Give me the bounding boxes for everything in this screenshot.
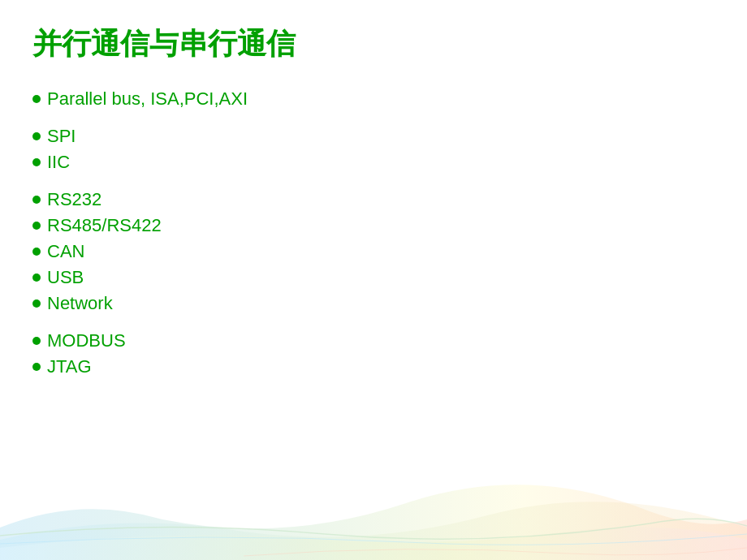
bullet-dot-icon	[32, 95, 41, 103]
list-item-label: RS232	[47, 189, 101, 210]
list-item: JTAG	[32, 356, 715, 377]
list-item: SPI	[32, 126, 715, 147]
bullet-dot-icon	[32, 222, 41, 230]
list-item: RS485/RS422	[32, 215, 715, 236]
list-item: Network	[32, 293, 715, 314]
section-spi-iic: SPIIIC	[32, 126, 715, 173]
list-item-label: Parallel bus, ISA,PCI,AXI	[47, 88, 248, 110]
main-content: 并行通信与串行通信 Parallel bus, ISA,PCI,AXISPIII…	[0, 0, 747, 418]
list-item-label: SPI	[47, 126, 76, 147]
list-item-label: MODBUS	[47, 330, 126, 351]
bullet-dot-icon	[32, 158, 41, 166]
bullet-dot-icon	[32, 248, 41, 256]
page-title: 并行通信与串行通信	[32, 24, 715, 64]
list-item-label: RS485/RS422	[47, 215, 162, 236]
list-item-label: Network	[47, 293, 113, 314]
list-item: Parallel bus, ISA,PCI,AXI	[32, 88, 715, 110]
list-item: USB	[32, 267, 715, 288]
list-item-label: CAN	[47, 241, 84, 262]
list-item-label: IIC	[47, 152, 70, 173]
list-item: IIC	[32, 152, 715, 173]
bullet-dot-icon	[32, 132, 41, 140]
bullet-dot-icon	[32, 299, 41, 308]
list-item: CAN	[32, 241, 715, 262]
bullet-dot-icon	[32, 337, 41, 345]
list-item-label: USB	[47, 267, 84, 288]
section-serial: RS232RS485/RS422CANUSBNetwork	[32, 189, 715, 314]
bullet-dot-icon	[32, 196, 41, 204]
list-item: MODBUS	[32, 330, 715, 351]
section-parallel: Parallel bus, ISA,PCI,AXI	[32, 88, 715, 110]
bullet-dot-icon	[32, 274, 41, 282]
list-item-label: JTAG	[47, 356, 92, 377]
section-bus: MODBUSJTAG	[32, 330, 715, 377]
list-item: RS232	[32, 189, 715, 210]
bullet-dot-icon	[32, 363, 41, 371]
